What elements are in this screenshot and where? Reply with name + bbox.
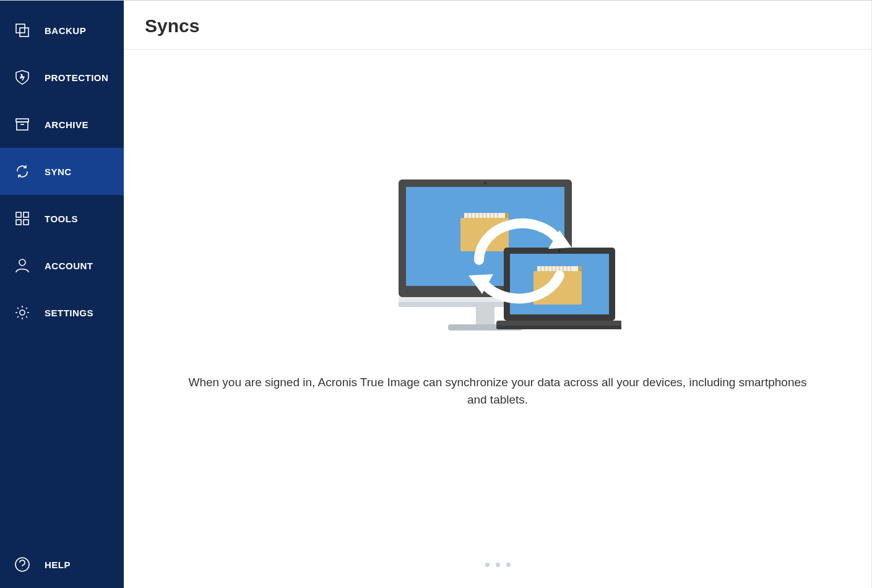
sync-description: When you are signed in, Acronis True Ima… <box>188 374 807 408</box>
svg-rect-7 <box>16 220 21 225</box>
page-indicator <box>124 563 871 567</box>
sidebar-item-archive[interactable]: ARCHIVE <box>0 101 124 148</box>
svg-rect-1 <box>20 28 28 37</box>
page-dot[interactable] <box>485 563 490 567</box>
page-dot[interactable] <box>496 563 500 567</box>
svg-point-11 <box>15 558 29 571</box>
sidebar-item-tools[interactable]: TOOLS <box>0 195 124 242</box>
protection-icon <box>14 69 31 86</box>
svg-point-9 <box>19 259 25 266</box>
sync-devices-illustration <box>374 173 621 343</box>
sidebar-item-label: PROTECTION <box>45 72 108 83</box>
svg-point-19 <box>484 182 486 184</box>
page-dot[interactable] <box>506 563 511 567</box>
svg-rect-37 <box>537 266 578 271</box>
sidebar-item-sync[interactable]: SYNC <box>0 148 124 195</box>
sidebar-item-label: ACCOUNT <box>45 261 93 271</box>
sync-icon <box>14 163 31 180</box>
svg-rect-0 <box>16 24 25 33</box>
sidebar-item-label: SETTINGS <box>45 308 93 318</box>
sidebar-item-label: HELP <box>45 560 71 570</box>
account-icon <box>14 257 31 274</box>
svg-rect-5 <box>16 212 21 217</box>
page-header: Syncs <box>124 1 871 50</box>
sidebar-item-label: BACKUP <box>45 25 86 36</box>
svg-rect-8 <box>24 220 28 225</box>
sidebar: BACKUP PROTECTION ARCHIVE SYNC TOOLS <box>0 1 124 588</box>
svg-rect-17 <box>476 307 494 324</box>
sidebar-item-label: ARCHIVE <box>45 119 88 130</box>
sidebar-item-protection[interactable]: PROTECTION <box>0 54 124 101</box>
help-icon <box>14 556 31 573</box>
sidebar-item-help[interactable]: HELP <box>0 541 124 588</box>
main-pane: Syncs <box>124 1 872 588</box>
archive-icon <box>14 116 31 133</box>
svg-rect-21 <box>464 213 505 218</box>
sidebar-item-settings[interactable]: SETTINGS <box>0 289 124 336</box>
sidebar-item-backup[interactable]: BACKUP <box>0 7 124 54</box>
backup-icon <box>14 22 31 39</box>
sidebar-item-label: TOOLS <box>45 214 78 224</box>
content-area: When you are signed in, Acronis True Ima… <box>124 50 871 588</box>
sidebar-item-label: SYNC <box>45 166 72 177</box>
svg-point-33 <box>559 250 561 252</box>
svg-point-10 <box>20 310 25 315</box>
page-title: Syncs <box>145 15 850 37</box>
svg-rect-35 <box>496 326 621 329</box>
svg-rect-6 <box>24 212 28 217</box>
svg-rect-3 <box>17 122 28 130</box>
tools-icon <box>14 210 31 227</box>
settings-icon <box>14 304 31 321</box>
sidebar-item-account[interactable]: ACCOUNT <box>0 242 124 289</box>
